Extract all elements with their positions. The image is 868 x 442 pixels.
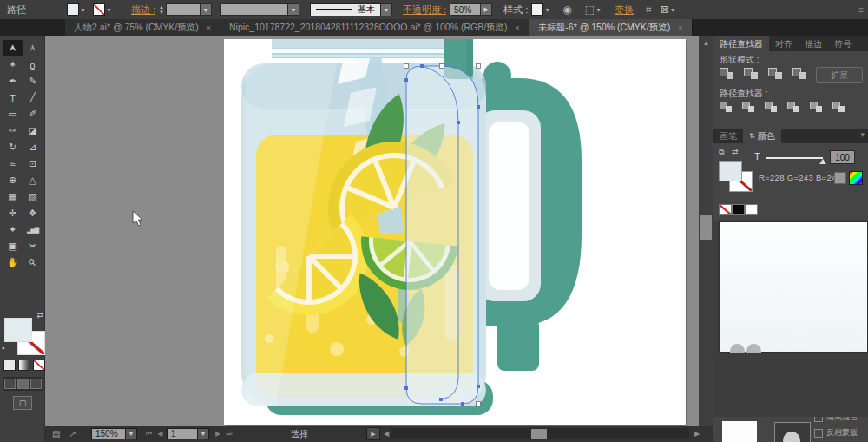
horizontal-scroll-thumb[interactable] — [531, 429, 547, 439]
transform-link[interactable]: 变换 — [615, 3, 634, 16]
fill-color-swatch[interactable] — [719, 161, 742, 181]
cycle-icon[interactable]: ⇄ — [732, 148, 739, 156]
hand-tool[interactable]: ✋ — [3, 254, 23, 271]
minus-back-icon[interactable] — [832, 102, 845, 112]
tint-slider-thumb[interactable] — [819, 159, 826, 164]
vertical-scroll-thumb[interactable] — [700, 215, 712, 240]
tint-slider[interactable] — [766, 157, 823, 159]
stroke-weight-dropdown[interactable]: ▼ — [166, 3, 212, 16]
document-tab-2[interactable]: Nipic_10178722_2018042811112328OOOO.ai* … — [220, 19, 529, 36]
outline-icon[interactable] — [810, 102, 823, 112]
mesh-tool[interactable]: ▦ — [3, 188, 23, 205]
scroll-left-icon[interactable]: ◀ — [384, 426, 389, 442]
canvas-area[interactable] — [45, 36, 699, 426]
canvas-vertical-scrollbar[interactable]: ▲ ▼ — [699, 36, 713, 442]
gradient-tool[interactable]: ▨ — [23, 188, 43, 205]
line-segment-tool[interactable]: ╱ — [23, 89, 43, 106]
close-icon[interactable]: × — [207, 23, 211, 32]
document-tab-1[interactable]: 人物2.ai* @ 75% (CMYK/预览)× — [65, 19, 220, 36]
status-doc-icon[interactable]: ▤ — [52, 429, 60, 439]
tab-对齐[interactable]: 对齐 — [769, 36, 799, 51]
variable-width-dropdown[interactable]: ▼ — [220, 3, 299, 16]
screen-mode-button[interactable]: ▢ — [13, 396, 32, 410]
mask-thumbnail[interactable] — [774, 422, 811, 442]
opacity-label[interactable]: 不透明度 : — [403, 3, 446, 16]
close-icon[interactable]: × — [678, 23, 682, 32]
selection-tool[interactable]: ➤ — [3, 40, 23, 56]
type-tool[interactable]: T — [3, 89, 23, 106]
tint-value[interactable]: 100 — [830, 150, 855, 164]
swap-swatch-icon[interactable]: ⇄ — [36, 311, 43, 320]
width-tool[interactable]: ≈ — [3, 155, 23, 172]
artboard-tool[interactable]: ▣ — [3, 238, 23, 254]
tab-路径查找器[interactable]: 路径查找器 — [713, 36, 769, 51]
magic-wand-tool[interactable]: ✶ — [3, 56, 23, 73]
draw-inside-button[interactable] — [30, 379, 42, 389]
first-page-icon[interactable]: ⏮ — [146, 430, 154, 439]
expand-button[interactable]: 扩展 — [816, 67, 863, 83]
object-thumbnail[interactable] — [722, 421, 757, 442]
next-page-icon[interactable]: ▶ — [215, 430, 222, 438]
invert-mask-row[interactable]: 反相蒙版 — [814, 427, 858, 439]
opacity-field[interactable]: 50%▶ — [450, 3, 492, 16]
scroll-up-icon[interactable]: ▲ — [699, 39, 713, 47]
scroll-right-icon[interactable]: ▶ — [694, 426, 700, 442]
rotate-tool[interactable]: ↻ — [3, 139, 23, 155]
tab-brushes[interactable]: 画笔 — [713, 129, 743, 143]
tab-描边[interactable]: 描边 — [799, 36, 828, 51]
intersect-icon[interactable] — [768, 68, 783, 79]
fill-swatch-control[interactable]: ▼ — [67, 3, 86, 16]
tab-color[interactable]: ⇅ 颜色 — [743, 129, 781, 143]
free-transform-tool[interactable]: ⊡ — [23, 155, 43, 172]
eyedropper-tool[interactable]: ✛ — [3, 205, 23, 221]
trim-icon[interactable] — [742, 102, 755, 112]
chevron-down-icon[interactable]: ▼ — [198, 428, 209, 439]
hide-bbox-control[interactable]: ⊠▼ — [661, 4, 676, 15]
gradient-mode-button[interactable] — [18, 360, 30, 371]
eraser-tool[interactable]: ◪ — [23, 122, 43, 139]
fill-color-swatch[interactable] — [4, 318, 32, 342]
white-swatch[interactable] — [745, 204, 758, 215]
rectangle-tool[interactable]: ▭ — [3, 106, 23, 122]
zoom-tool[interactable]: ⚲ — [23, 254, 43, 271]
perspective-grid-tool[interactable]: △ — [23, 172, 43, 188]
canvas-horizontal-scrollbar[interactable] — [391, 428, 689, 439]
chevron-down-icon[interactable]: ▼ — [126, 428, 137, 439]
paintbrush-tool[interactable]: ✐ — [23, 106, 43, 122]
none-swatch[interactable] — [719, 204, 732, 215]
symbol-sprayer-tool[interactable]: ✦ — [3, 221, 23, 238]
direct-selection-tool[interactable]: ➢ — [23, 40, 43, 56]
share-icon[interactable]: ↗ — [69, 429, 76, 439]
exclude-icon[interactable] — [792, 68, 807, 79]
status-menu-button[interactable]: ▶ — [366, 427, 380, 440]
style-swatch-control[interactable]: ▼ — [531, 3, 550, 16]
prev-page-icon[interactable]: ◀ — [157, 430, 164, 438]
lasso-tool[interactable]: ϱ — [23, 56, 43, 73]
tab-符号[interactable]: 符号 — [828, 36, 858, 51]
stroke-stepper[interactable]: ▲▼ — [159, 4, 164, 15]
last-page-icon[interactable]: ⏭ — [226, 430, 233, 439]
panel-menu-icon[interactable]: ≡ — [858, 5, 864, 15]
draw-normal-button[interactable] — [4, 379, 16, 389]
slice-tool[interactable]: ✂ — [23, 238, 43, 254]
merge-icon[interactable] — [765, 102, 778, 112]
zoom-level-field[interactable]: 150% — [91, 428, 126, 439]
crop-icon[interactable] — [787, 102, 800, 112]
close-icon[interactable]: × — [516, 23, 520, 32]
blend-tool[interactable]: ❖ — [23, 205, 43, 221]
bbox-icon[interactable]: ⌗ — [646, 4, 652, 15]
select-similar-control[interactable]: ⬚▼ — [585, 4, 602, 15]
selected-path[interactable] — [404, 64, 481, 406]
divide-icon[interactable] — [720, 102, 733, 112]
unite-icon[interactable] — [720, 68, 734, 79]
brush-definition-dropdown[interactable]: 基本 ▼ — [310, 3, 392, 16]
scale-tool[interactable]: ⊿ — [23, 139, 43, 155]
artboard[interactable] — [224, 39, 686, 425]
minus-front-icon[interactable] — [744, 68, 759, 79]
isolate-blending-row[interactable]: 隔离混合 — [814, 417, 858, 423]
cube-icon[interactable]: ⧉ — [719, 148, 724, 157]
pen-tool[interactable]: ✒ — [3, 73, 23, 89]
black-swatch[interactable] — [732, 204, 745, 215]
stroke-swatch-control[interactable]: ▼ — [93, 3, 112, 16]
color-mode-button[interactable] — [3, 360, 16, 371]
